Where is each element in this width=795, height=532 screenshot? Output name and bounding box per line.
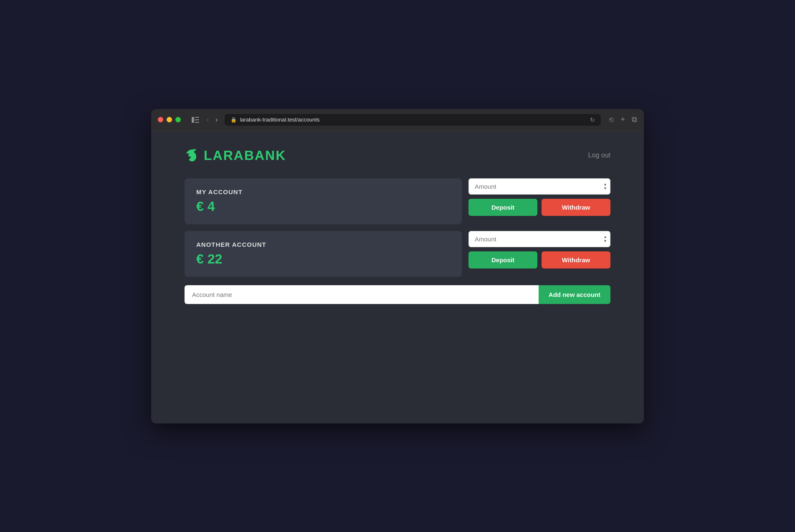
amount-input-2[interactable]: [468, 231, 610, 247]
amount-spinner-1: ▲ ▼: [603, 182, 607, 190]
logo-icon: [185, 148, 200, 163]
new-tab-icon[interactable]: +: [620, 115, 625, 124]
account-balance-1: € 4: [196, 199, 450, 214]
reload-button[interactable]: ↻: [590, 117, 595, 123]
add-account-row: Add new account: [185, 285, 610, 304]
maximize-button[interactable]: [175, 117, 181, 122]
url-text: larabank-traditional.test/accounts: [240, 117, 320, 123]
withdraw-button-2[interactable]: Withdraw: [542, 251, 610, 269]
account-row-2: ANOTHER ACCOUNT € 22 ▲ ▼ Deposit Withdra…: [185, 231, 610, 277]
account-actions-2: ▲ ▼ Deposit Withdraw: [468, 231, 610, 277]
amount-spinner-2: ▲ ▼: [603, 235, 607, 243]
svg-point-4: [188, 154, 191, 157]
account-balance-2: € 22: [196, 251, 450, 267]
add-account-button[interactable]: Add new account: [539, 285, 610, 304]
amount-input-1[interactable]: [468, 178, 610, 195]
deposit-button-1[interactable]: Deposit: [468, 199, 537, 216]
account-card-2: ANOTHER ACCOUNT € 22: [185, 231, 462, 277]
amount-input-wrapper-1: ▲ ▼: [468, 178, 610, 195]
logo: LARABANK: [185, 148, 286, 163]
address-bar[interactable]: 🔒 larabank-traditional.test/accounts ↻: [225, 114, 601, 126]
minimize-button[interactable]: [167, 117, 172, 122]
lock-icon: 🔒: [230, 117, 237, 123]
withdraw-button-1[interactable]: Withdraw: [542, 199, 610, 216]
browser-controls: ‹ ›: [189, 115, 220, 124]
app-content: LARABANK Log out MY ACCOUNT € 4 ▲ ▼: [151, 131, 644, 423]
close-button[interactable]: [158, 117, 163, 122]
svg-rect-3: [195, 122, 199, 123]
tabs-icon[interactable]: ⧉: [632, 115, 637, 124]
action-buttons-1: Deposit Withdraw: [468, 199, 610, 216]
accounts-container: MY ACCOUNT € 4 ▲ ▼ Deposit Withdraw: [185, 178, 610, 304]
app-header: LARABANK Log out: [185, 148, 610, 163]
traffic-lights: [158, 117, 181, 122]
action-buttons-2: Deposit Withdraw: [468, 251, 610, 269]
account-card-1: MY ACCOUNT € 4: [185, 178, 462, 224]
share-icon[interactable]: ⎋: [609, 115, 614, 124]
svg-rect-1: [195, 117, 199, 118]
forward-button[interactable]: ›: [214, 115, 219, 124]
browser-actions: ⎋ + ⧉: [609, 115, 637, 124]
back-button[interactable]: ‹: [205, 115, 210, 124]
sidebar-toggle-icon[interactable]: [189, 115, 202, 124]
account-name-1: MY ACCOUNT: [196, 188, 450, 195]
account-row-1: MY ACCOUNT € 4 ▲ ▼ Deposit Withdraw: [185, 178, 610, 224]
browser-chrome: ‹ › 🔒 larabank-traditional.test/accounts…: [151, 109, 644, 131]
logo-text: LARABANK: [204, 148, 286, 163]
svg-rect-2: [195, 119, 199, 120]
account-name-2: ANOTHER ACCOUNT: [196, 241, 450, 248]
deposit-button-2[interactable]: Deposit: [468, 251, 537, 269]
browser-window: ‹ › 🔒 larabank-traditional.test/accounts…: [151, 109, 644, 423]
account-actions-1: ▲ ▼ Deposit Withdraw: [468, 178, 610, 224]
account-name-input[interactable]: [185, 285, 539, 304]
logout-button[interactable]: Log out: [588, 152, 610, 159]
amount-input-wrapper-2: ▲ ▼: [468, 231, 610, 247]
svg-rect-0: [192, 117, 194, 123]
